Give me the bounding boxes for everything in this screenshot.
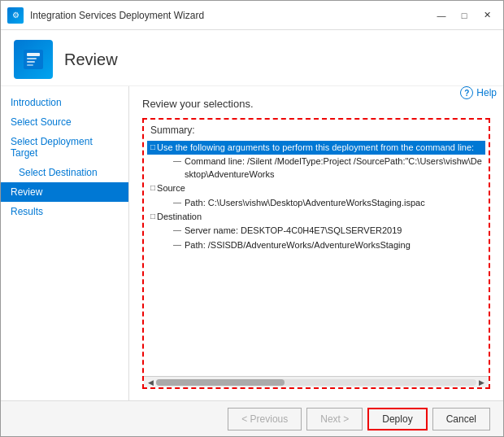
expand-icon: —: [173, 225, 181, 236]
expand-icon: □: [150, 211, 155, 222]
tree-container: □ Use the following arguments to perform…: [144, 139, 489, 254]
svg-rect-4: [27, 64, 33, 66]
window-controls: — □ ✕: [432, 8, 497, 23]
tree-text: Path: C:\Users\vishw\Desktop\AdventureWo…: [185, 197, 485, 209]
scroll-right-arrow[interactable]: ▶: [476, 378, 487, 387]
sidebar-item-review[interactable]: Review: [1, 182, 128, 202]
close-button[interactable]: ✕: [477, 8, 497, 23]
help-icon: ?: [460, 86, 473, 99]
help-label: Help: [476, 87, 497, 98]
svg-rect-3: [27, 61, 35, 63]
deploy-button[interactable]: Deploy: [367, 408, 427, 430]
header-icon: [14, 40, 53, 79]
header-section: Review: [1, 30, 503, 86]
tree-text: Command line: /Silent /ModelType:Project…: [185, 155, 485, 181]
tree-row: □ Destination: [147, 210, 485, 224]
sidebar-item-results[interactable]: Results: [1, 202, 128, 221]
tree-row: □ Use the following arguments to perform…: [147, 141, 485, 155]
minimize-button[interactable]: —: [432, 8, 451, 23]
tree-row: □ Source: [147, 181, 485, 195]
summary-label: Summary:: [144, 120, 489, 138]
app-icon-symbol: ⚙: [12, 11, 20, 20]
sidebar-item-select-source[interactable]: Select Source: [1, 112, 128, 132]
next-button[interactable]: Next >: [306, 408, 363, 430]
summary-box: Summary: □ Use the following arguments t…: [142, 118, 490, 389]
window-title: Integration Services Deployment Wizard: [30, 10, 432, 21]
tree-text: Source: [157, 182, 485, 194]
restore-button[interactable]: □: [454, 8, 474, 23]
sidebar-item-select-destination[interactable]: Select Destination: [1, 163, 128, 182]
svg-rect-2: [27, 58, 37, 59]
page-title: Review: [64, 50, 118, 69]
tree-row: — Path: C:\Users\vishw\Desktop\Adventure…: [147, 196, 485, 210]
expand-icon: —: [173, 239, 181, 251]
expand-icon: —: [173, 197, 181, 208]
tree-row: — Path: /SSISDB/AdventureWorks/Adventure…: [147, 238, 485, 252]
horizontal-scrollbar[interactable]: ◀ ▶: [144, 376, 489, 387]
tree-row: — Command line: /Silent /ModelType:Proje…: [147, 155, 485, 181]
scrollbar-thumb[interactable]: [156, 379, 285, 386]
cancel-button[interactable]: Cancel: [432, 408, 490, 430]
tree-text: Use the following arguments to perform t…: [157, 142, 485, 154]
expand-icon: □: [150, 142, 155, 153]
title-bar: ⚙ Integration Services Deployment Wizard…: [1, 1, 503, 30]
previous-button[interactable]: < Previous: [228, 408, 302, 430]
footer: < Previous Next > Deploy Cancel: [1, 400, 503, 436]
sidebar-item-select-deployment-target[interactable]: Select Deployment Target: [1, 132, 128, 163]
right-panel: ? Help Review your selections. Summary: …: [129, 86, 503, 400]
scrollbar-track[interactable]: [156, 379, 476, 386]
app-icon: ⚙: [7, 7, 24, 24]
sidebar-item-introduction[interactable]: Introduction: [1, 93, 128, 112]
tree-text: Path: /SSISDB/AdventureWorks/AdventureWo…: [185, 239, 485, 251]
tree-text: Destination: [157, 211, 485, 223]
svg-rect-1: [27, 53, 40, 56]
tree-row: — Server name: DESKTOP-4C0H4E7\SQLSERVER…: [147, 224, 485, 238]
scroll-left-arrow[interactable]: ◀: [146, 378, 156, 387]
main-body: Introduction Select Source Select Deploy…: [1, 86, 503, 400]
help-link[interactable]: ? Help: [460, 86, 497, 99]
expand-icon: □: [150, 182, 155, 194]
panel-title: Review your selections.: [142, 98, 490, 110]
tree-text: Server name: DESKTOP-4C0H4E7\SQLSERVER20…: [185, 225, 485, 237]
sidebar: Introduction Select Source Select Deploy…: [1, 86, 129, 400]
expand-icon: —: [173, 155, 181, 167]
main-window: ⚙ Integration Services Deployment Wizard…: [0, 0, 504, 437]
summary-content: □ Use the following arguments to perform…: [144, 138, 489, 376]
